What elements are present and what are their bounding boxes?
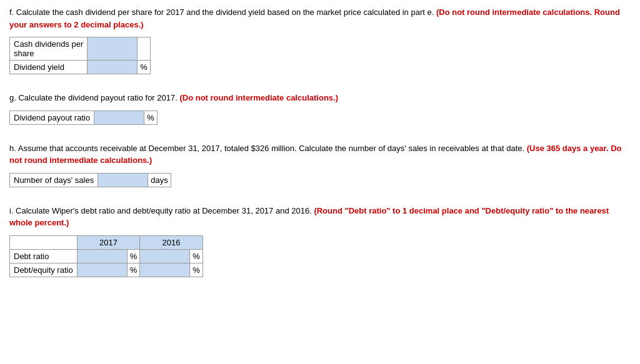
cash-dividends-unit: [138, 37, 151, 61]
section-i-table: 2017 2016 Debt ratio % % Debt/equity rat…: [9, 235, 203, 277]
section-h: h. Assume that accounts receivable at De…: [9, 142, 631, 187]
table-row: Debt/equity ratio % %: [10, 263, 203, 277]
days-sales-input-cell[interactable]: [98, 173, 148, 187]
section-g-table: Dividend payout ratio %: [9, 111, 158, 125]
days-sales-unit: days: [148, 173, 171, 187]
section-i: i. Calculate Wiper's debt ratio and debt…: [9, 205, 631, 277]
col-header-2016: 2016: [140, 235, 203, 249]
section-h-question: h. Assume that accounts receivable at De…: [9, 142, 631, 167]
debt-equity-2016-input-cell[interactable]: [140, 263, 190, 277]
section-f: f. Calculate the cash dividend per share…: [9, 6, 631, 74]
cash-dividends-input-cell[interactable]: [88, 37, 138, 61]
table-row: Dividend yield %: [10, 61, 151, 74]
debt-equity-2016-unit: %: [190, 263, 203, 277]
dividend-yield-unit: %: [138, 61, 151, 74]
debt-equity-2017-input[interactable]: [81, 265, 123, 275]
section-f-question-plain: f. Calculate the cash dividend per share…: [9, 7, 436, 17]
dividend-payout-label: Dividend payout ratio: [10, 111, 94, 124]
days-sales-input[interactable]: [102, 175, 144, 185]
table-row: Cash dividends pershare: [10, 37, 151, 61]
dividend-payout-input[interactable]: [98, 113, 140, 122]
col-header-2017: 2017: [77, 235, 140, 249]
debt-equity-2016-input[interactable]: [144, 265, 186, 275]
table-row: Number of days' sales days: [10, 173, 171, 187]
section-f-question: f. Calculate the cash dividend per share…: [9, 6, 631, 31]
debt-ratio-2016-input-cell[interactable]: [140, 249, 190, 263]
section-g: g. Calculate the dividend payout ratio f…: [9, 92, 631, 125]
debt-ratio-2016-unit: %: [190, 249, 203, 263]
section-h-question-plain: h. Assume that accounts receivable at De…: [9, 144, 527, 153]
section-i-question-plain: i. Calculate Wiper's debt ratio and debt…: [9, 206, 314, 215]
cash-dividends-input[interactable]: [91, 44, 133, 54]
dividend-payout-input-cell[interactable]: [94, 111, 144, 124]
debt-ratio-2016-input[interactable]: [144, 252, 186, 261]
dividend-yield-input-cell[interactable]: [88, 61, 138, 74]
col-header-label: [10, 235, 78, 249]
table-header-row: 2017 2016: [10, 235, 203, 249]
days-sales-label: Number of days' sales: [10, 173, 98, 187]
debt-equity-2017-unit: %: [127, 263, 140, 277]
table-row: Dividend payout ratio %: [10, 111, 158, 124]
debt-equity-label: Debt/equity ratio: [10, 263, 78, 277]
dividend-yield-input[interactable]: [91, 62, 133, 72]
cash-dividends-label: Cash dividends pershare: [10, 37, 88, 61]
section-h-table: Number of days' sales days: [9, 173, 171, 187]
debt-ratio-2017-input-cell[interactable]: [77, 249, 127, 263]
dividend-yield-label: Dividend yield: [10, 61, 88, 74]
dividend-payout-unit: %: [144, 111, 158, 124]
debt-ratio-label: Debt ratio: [10, 249, 78, 263]
debt-equity-2017-input-cell[interactable]: [77, 263, 127, 277]
section-g-question-emphasis: (Do not round intermediate calculations.…: [179, 93, 338, 102]
section-f-table: Cash dividends pershare Dividend yield %: [9, 37, 151, 74]
section-g-question-plain: g. Calculate the dividend payout ratio f…: [9, 93, 179, 102]
debt-ratio-2017-input[interactable]: [81, 252, 123, 261]
section-i-question: i. Calculate Wiper's debt ratio and debt…: [9, 205, 631, 229]
section-g-question: g. Calculate the dividend payout ratio f…: [9, 92, 631, 104]
debt-ratio-2017-unit: %: [127, 249, 140, 263]
table-row: Debt ratio % %: [10, 249, 203, 263]
